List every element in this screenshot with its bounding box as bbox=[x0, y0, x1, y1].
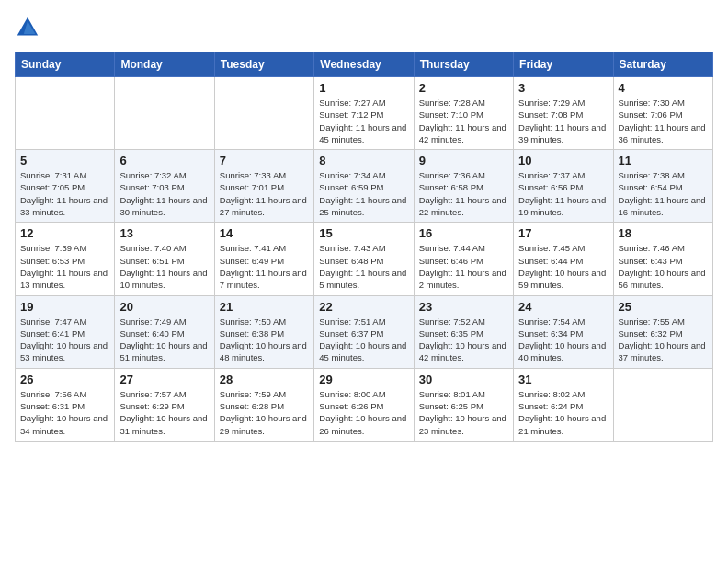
day-number: 18 bbox=[619, 226, 708, 240]
calendar-day-cell: 8Sunrise: 7:34 AM Sunset: 6:59 PM Daylig… bbox=[314, 150, 414, 223]
day-info: Sunrise: 7:37 AM Sunset: 6:56 PM Dayligh… bbox=[518, 169, 608, 218]
calendar-day-cell: 14Sunrise: 7:41 AM Sunset: 6:49 PM Dayli… bbox=[214, 223, 313, 295]
calendar-week-row: 1Sunrise: 7:27 AM Sunset: 7:12 PM Daylig… bbox=[16, 77, 713, 150]
calendar-week-row: 19Sunrise: 7:47 AM Sunset: 6:41 PM Dayli… bbox=[16, 295, 713, 368]
day-info: Sunrise: 7:41 AM Sunset: 6:49 PM Dayligh… bbox=[220, 242, 309, 291]
calendar-day-cell: 6Sunrise: 7:32 AM Sunset: 7:03 PM Daylig… bbox=[115, 150, 214, 223]
day-number: 12 bbox=[20, 226, 109, 240]
calendar-day-cell: 13Sunrise: 7:40 AM Sunset: 6:51 PM Dayli… bbox=[115, 223, 214, 295]
day-of-week-header: Wednesday bbox=[314, 52, 414, 77]
calendar-day-cell: 4Sunrise: 7:30 AM Sunset: 7:06 PM Daylig… bbox=[613, 77, 712, 150]
day-info: Sunrise: 7:50 AM Sunset: 6:38 PM Dayligh… bbox=[220, 316, 309, 364]
calendar-day-cell: 19Sunrise: 7:47 AM Sunset: 6:41 PM Dayli… bbox=[16, 295, 115, 368]
empty-day-cell bbox=[115, 77, 214, 150]
day-of-week-header: Friday bbox=[514, 52, 613, 77]
day-info: Sunrise: 7:44 AM Sunset: 6:46 PM Dayligh… bbox=[419, 242, 508, 291]
calendar-day-cell: 28Sunrise: 7:59 AM Sunset: 6:28 PM Dayli… bbox=[214, 368, 313, 441]
day-info: Sunrise: 7:27 AM Sunset: 7:12 PM Dayligh… bbox=[319, 97, 408, 145]
logo-icon bbox=[15, 15, 40, 40]
day-number: 20 bbox=[119, 300, 209, 314]
calendar-day-cell: 7Sunrise: 7:33 AM Sunset: 7:01 PM Daylig… bbox=[214, 150, 313, 223]
day-number: 5 bbox=[20, 154, 109, 167]
calendar-day-cell: 18Sunrise: 7:46 AM Sunset: 6:43 PM Dayli… bbox=[613, 223, 712, 295]
empty-day-cell bbox=[613, 368, 712, 441]
page-header bbox=[15, 15, 713, 40]
calendar-day-cell: 26Sunrise: 7:56 AM Sunset: 6:31 PM Dayli… bbox=[16, 368, 115, 441]
day-number: 3 bbox=[518, 81, 608, 95]
day-number: 31 bbox=[518, 373, 608, 386]
day-info: Sunrise: 8:00 AM Sunset: 6:26 PM Dayligh… bbox=[319, 388, 408, 437]
day-info: Sunrise: 7:56 AM Sunset: 6:31 PM Dayligh… bbox=[20, 388, 109, 437]
day-info: Sunrise: 7:59 AM Sunset: 6:28 PM Dayligh… bbox=[220, 388, 309, 437]
day-number: 17 bbox=[518, 226, 608, 240]
calendar-day-cell: 20Sunrise: 7:49 AM Sunset: 6:40 PM Dayli… bbox=[115, 295, 214, 368]
day-number: 14 bbox=[220, 226, 309, 240]
calendar-day-cell: 1Sunrise: 7:27 AM Sunset: 7:12 PM Daylig… bbox=[314, 77, 414, 150]
empty-day-cell bbox=[16, 77, 115, 150]
day-number: 11 bbox=[619, 154, 708, 167]
day-info: Sunrise: 7:45 AM Sunset: 6:44 PM Dayligh… bbox=[518, 242, 608, 291]
calendar-day-cell: 3Sunrise: 7:29 AM Sunset: 7:08 PM Daylig… bbox=[514, 77, 613, 150]
day-number: 23 bbox=[419, 300, 508, 314]
day-info: Sunrise: 7:34 AM Sunset: 6:59 PM Dayligh… bbox=[319, 169, 408, 218]
day-number: 1 bbox=[319, 81, 408, 95]
day-number: 29 bbox=[319, 373, 408, 386]
day-of-week-header: Thursday bbox=[414, 52, 513, 77]
calendar-day-cell: 25Sunrise: 7:55 AM Sunset: 6:32 PM Dayli… bbox=[613, 295, 712, 368]
day-info: Sunrise: 7:57 AM Sunset: 6:29 PM Dayligh… bbox=[119, 388, 209, 437]
calendar-day-cell: 27Sunrise: 7:57 AM Sunset: 6:29 PM Dayli… bbox=[115, 368, 214, 441]
day-info: Sunrise: 7:38 AM Sunset: 6:54 PM Dayligh… bbox=[619, 169, 708, 218]
day-number: 19 bbox=[20, 300, 109, 314]
day-of-week-header: Monday bbox=[115, 52, 214, 77]
day-number: 13 bbox=[119, 226, 209, 240]
day-info: Sunrise: 7:29 AM Sunset: 7:08 PM Dayligh… bbox=[518, 97, 608, 145]
calendar-week-row: 26Sunrise: 7:56 AM Sunset: 6:31 PM Dayli… bbox=[16, 368, 713, 441]
day-info: Sunrise: 7:39 AM Sunset: 6:53 PM Dayligh… bbox=[20, 242, 109, 291]
calendar-day-cell: 21Sunrise: 7:50 AM Sunset: 6:38 PM Dayli… bbox=[214, 295, 313, 368]
day-number: 2 bbox=[419, 81, 508, 95]
day-number: 25 bbox=[619, 300, 708, 314]
calendar-day-cell: 16Sunrise: 7:44 AM Sunset: 6:46 PM Dayli… bbox=[414, 223, 513, 295]
day-info: Sunrise: 7:33 AM Sunset: 7:01 PM Dayligh… bbox=[220, 169, 309, 218]
calendar-body: 1Sunrise: 7:27 AM Sunset: 7:12 PM Daylig… bbox=[16, 77, 713, 442]
day-info: Sunrise: 7:47 AM Sunset: 6:41 PM Dayligh… bbox=[20, 316, 109, 364]
logo bbox=[15, 15, 44, 40]
day-number: 4 bbox=[619, 81, 708, 95]
calendar-day-cell: 2Sunrise: 7:28 AM Sunset: 7:10 PM Daylig… bbox=[414, 77, 513, 150]
day-number: 8 bbox=[319, 154, 408, 167]
empty-day-cell bbox=[214, 77, 313, 150]
calendar-day-cell: 12Sunrise: 7:39 AM Sunset: 6:53 PM Dayli… bbox=[16, 223, 115, 295]
day-number: 24 bbox=[518, 300, 608, 314]
calendar-day-cell: 10Sunrise: 7:37 AM Sunset: 6:56 PM Dayli… bbox=[514, 150, 613, 223]
day-number: 22 bbox=[319, 300, 408, 314]
day-info: Sunrise: 7:28 AM Sunset: 7:10 PM Dayligh… bbox=[419, 97, 508, 145]
day-number: 26 bbox=[20, 373, 109, 386]
day-info: Sunrise: 7:36 AM Sunset: 6:58 PM Dayligh… bbox=[419, 169, 508, 218]
day-info: Sunrise: 8:02 AM Sunset: 6:24 PM Dayligh… bbox=[518, 388, 608, 437]
calendar-week-row: 5Sunrise: 7:31 AM Sunset: 7:05 PM Daylig… bbox=[16, 150, 713, 223]
day-info: Sunrise: 7:54 AM Sunset: 6:34 PM Dayligh… bbox=[518, 316, 608, 364]
day-number: 28 bbox=[220, 373, 309, 386]
day-number: 7 bbox=[220, 154, 309, 167]
calendar-day-cell: 11Sunrise: 7:38 AM Sunset: 6:54 PM Dayli… bbox=[613, 150, 712, 223]
calendar-day-cell: 24Sunrise: 7:54 AM Sunset: 6:34 PM Dayli… bbox=[514, 295, 613, 368]
day-info: Sunrise: 7:49 AM Sunset: 6:40 PM Dayligh… bbox=[119, 316, 209, 364]
day-info: Sunrise: 7:30 AM Sunset: 7:06 PM Dayligh… bbox=[619, 97, 708, 145]
calendar-day-cell: 17Sunrise: 7:45 AM Sunset: 6:44 PM Dayli… bbox=[514, 223, 613, 295]
days-of-week-row: SundayMondayTuesdayWednesdayThursdayFrid… bbox=[16, 52, 713, 77]
day-info: Sunrise: 7:40 AM Sunset: 6:51 PM Dayligh… bbox=[119, 242, 209, 291]
calendar-day-cell: 31Sunrise: 8:02 AM Sunset: 6:24 PM Dayli… bbox=[514, 368, 613, 441]
calendar-day-cell: 15Sunrise: 7:43 AM Sunset: 6:48 PM Dayli… bbox=[314, 223, 414, 295]
calendar-table: SundayMondayTuesdayWednesdayThursdayFrid… bbox=[15, 52, 713, 442]
day-number: 9 bbox=[419, 154, 508, 167]
day-info: Sunrise: 7:52 AM Sunset: 6:35 PM Dayligh… bbox=[419, 316, 508, 364]
calendar-day-cell: 22Sunrise: 7:51 AM Sunset: 6:37 PM Dayli… bbox=[314, 295, 414, 368]
day-number: 27 bbox=[119, 373, 209, 386]
day-info: Sunrise: 7:51 AM Sunset: 6:37 PM Dayligh… bbox=[319, 316, 408, 364]
calendar-day-cell: 30Sunrise: 8:01 AM Sunset: 6:25 PM Dayli… bbox=[414, 368, 513, 441]
calendar-day-cell: 29Sunrise: 8:00 AM Sunset: 6:26 PM Dayli… bbox=[314, 368, 414, 441]
day-of-week-header: Tuesday bbox=[214, 52, 313, 77]
day-number: 6 bbox=[119, 154, 209, 167]
day-number: 15 bbox=[319, 226, 408, 240]
day-number: 21 bbox=[220, 300, 309, 314]
